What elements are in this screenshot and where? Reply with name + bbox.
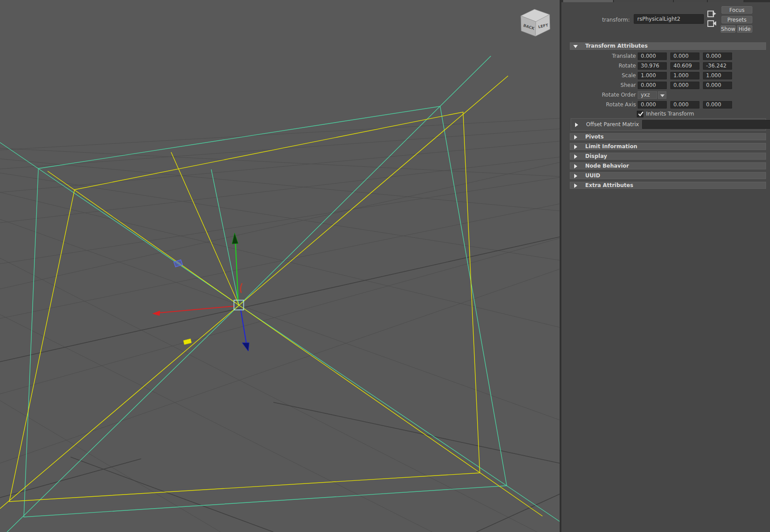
checkmark-icon [637,110,644,117]
manipulator-z-axis[interactable] [241,310,247,345]
copy-tab-icon[interactable] [707,10,717,18]
manipulator-y-arrowhead[interactable] [232,233,238,244]
rotate-axis-y-field[interactable]: 0.000 [670,101,699,109]
expand-arrow-icon[interactable] [574,184,577,188]
move-manipulator[interactable] [152,233,249,351]
view-cube[interactable]: BACK LEFT [521,9,550,36]
shear-y-field[interactable]: 0.000 [670,82,699,89]
rotate-axis-label: Rotate Axis [561,101,636,109]
shear-x-field[interactable]: 0.000 [638,82,667,89]
expand-arrow-icon[interactable] [574,145,577,149]
attribute-editor-tab[interactable] [674,0,707,2]
rotate-order-label: Rotate Order [561,91,636,99]
attribute-editor-tab[interactable] [614,0,673,2]
chevron-down-icon[interactable] [658,91,666,99]
collapse-arrow-icon[interactable] [573,45,578,48]
attribute-editor-tab[interactable] [708,0,744,2]
expand-arrow-icon[interactable] [574,135,577,139]
rotate-order-select[interactable]: yxz [638,91,657,99]
inherits-transform-label: Inherits Transform [646,110,694,117]
shear-label: Shear [561,82,636,89]
manipulator-red-tick [240,283,242,293]
tear-off-tab-icon[interactable] [707,20,717,27]
rotate-row: Rotate 30.976 40.609 -36.242 [561,62,770,70]
transform-name-input[interactable]: rsPhysicalLight2 [634,14,704,24]
section-transform-attributes[interactable]: Transform Attributes [570,42,766,50]
offset-parent-matrix-field[interactable] [642,120,770,129]
transform-label: transform: [561,17,630,23]
section-title: Extra Attributes [585,182,633,189]
manipulator-z-arrowhead[interactable] [242,343,249,351]
section-title: Display [585,153,607,160]
hide-button[interactable]: Hide [737,25,752,33]
rotate-axis-row: Rotate Axis 0.000 0.000 0.000 [561,101,770,109]
scale-z-field[interactable]: 1.000 [703,72,732,79]
section-node-behavior[interactable]: Node Behavior [570,162,766,169]
application-window: BACK LEFT transform: rsPhysicalLight2 Fo… [0,0,770,532]
light-wireframe-mint[interactable] [0,56,560,532]
scale-x-field[interactable]: 1.000 [638,72,667,79]
section-limit-information[interactable]: Limit Information [570,143,766,150]
presets-button[interactable]: Presets [721,16,752,23]
translate-x-field[interactable]: 0.000 [638,52,667,60]
shear-z-field[interactable]: 0.000 [703,82,732,89]
expand-arrow-icon[interactable] [575,123,578,127]
rotate-axis-x-field[interactable]: 0.000 [638,101,667,109]
scale-y-field[interactable]: 1.000 [670,72,699,79]
manipulator-y-axis[interactable] [235,243,238,301]
translate-y-field[interactable]: 0.000 [670,52,699,60]
section-title: Offset Parent Matrix [586,121,639,127]
expand-arrow-icon[interactable] [574,154,577,159]
attribute-editor-panel: transform: rsPhysicalLight2 Focus Preset… [560,0,770,532]
section-title: Pivots [585,134,604,140]
viewport-3d[interactable]: BACK LEFT [0,0,560,532]
section-offset-parent-matrix[interactable]: Offset Parent Matrix [571,118,766,131]
section-title: Limit Information [585,143,637,150]
rotate-order-row: Rotate Order yxz [561,91,770,99]
expand-arrow-icon[interactable] [574,164,577,169]
shear-row: Shear 0.000 0.000 0.000 [561,82,770,89]
section-title: Transform Attributes [585,43,648,49]
section-extra-attributes[interactable]: Extra Attributes [570,182,766,189]
inherits-transform-row: Inherits Transform [561,110,770,117]
translate-row: Translate 0.000 0.000 0.000 [561,52,770,60]
expand-arrow-icon[interactable] [574,174,577,178]
rotate-z-field[interactable]: -36.242 [703,62,732,70]
light-wireframe-yellow[interactable] [0,76,542,516]
attribute-editor-tabstrip [561,0,770,2]
section-title: Node Behavior [585,163,629,169]
manipulator-x-arrowhead[interactable] [152,311,160,316]
translate-z-field[interactable]: 0.000 [703,52,732,60]
scale-row: Scale 1.000 1.000 1.000 [561,72,770,79]
rotate-label: Rotate [561,62,636,70]
section-display[interactable]: Display [570,153,766,160]
rotate-axis-z-field[interactable]: 0.000 [703,101,732,109]
rotate-x-field[interactable]: 30.976 [638,62,667,70]
section-title: UUID [585,172,600,179]
section-pivots[interactable]: Pivots [570,133,766,140]
rotate-y-field[interactable]: 40.609 [670,62,699,70]
section-uuid[interactable]: UUID [570,172,766,179]
focus-button[interactable]: Focus [721,6,752,14]
viewport-scene: BACK LEFT [0,0,560,532]
scale-label: Scale [561,72,636,79]
light-handle-yellow[interactable] [183,339,191,345]
translate-label: Translate [561,52,636,60]
show-button[interactable]: Show [721,25,736,33]
attribute-editor-tab[interactable] [563,0,613,2]
inherits-transform-checkbox[interactable] [637,111,643,117]
